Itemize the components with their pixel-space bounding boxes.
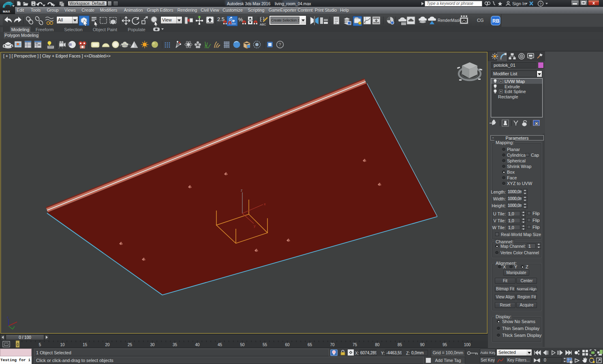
svg-text:50: 50 <box>240 343 245 347</box>
svg-text:95: 95 <box>443 343 447 347</box>
svg-text:?: ? <box>540 2 542 6</box>
svg-text:85: 85 <box>398 343 402 347</box>
svg-text:2.5: 2.5 <box>217 16 225 22</box>
svg-text:5: 5 <box>39 343 41 347</box>
svg-text:30: 30 <box>150 343 155 347</box>
svg-text:CG: CG <box>477 18 484 23</box>
svg-text:MAX: MAX <box>3 10 10 13</box>
svg-text:35: 35 <box>173 343 177 347</box>
svg-text:90: 90 <box>420 343 425 347</box>
svg-text:45: 45 <box>218 343 222 347</box>
svg-text:100: 100 <box>464 343 471 347</box>
svg-text:z: z <box>7 315 9 319</box>
svg-text:?: ? <box>279 42 281 47</box>
svg-text:RenderMask: RenderMask <box>438 18 461 23</box>
svg-text:65: 65 <box>308 343 312 347</box>
svg-text:y: y <box>254 224 256 228</box>
svg-text:60: 60 <box>285 343 290 347</box>
svg-text:z: z <box>241 188 243 192</box>
svg-text:55: 55 <box>263 343 267 347</box>
svg-text:10: 10 <box>60 343 65 347</box>
svg-text:RB: RB <box>492 18 500 24</box>
svg-text:40: 40 <box>195 343 200 347</box>
svg-text:0: 0 <box>17 343 19 347</box>
svg-text:20: 20 <box>105 343 110 347</box>
svg-text:ABC: ABC <box>260 23 266 26</box>
svg-text:25: 25 <box>128 343 133 347</box>
svg-text:80: 80 <box>375 343 380 347</box>
svg-text:70: 70 <box>330 343 335 347</box>
svg-text:x: x <box>264 202 266 206</box>
svg-text:15: 15 <box>83 343 88 347</box>
svg-text:75: 75 <box>353 343 357 347</box>
